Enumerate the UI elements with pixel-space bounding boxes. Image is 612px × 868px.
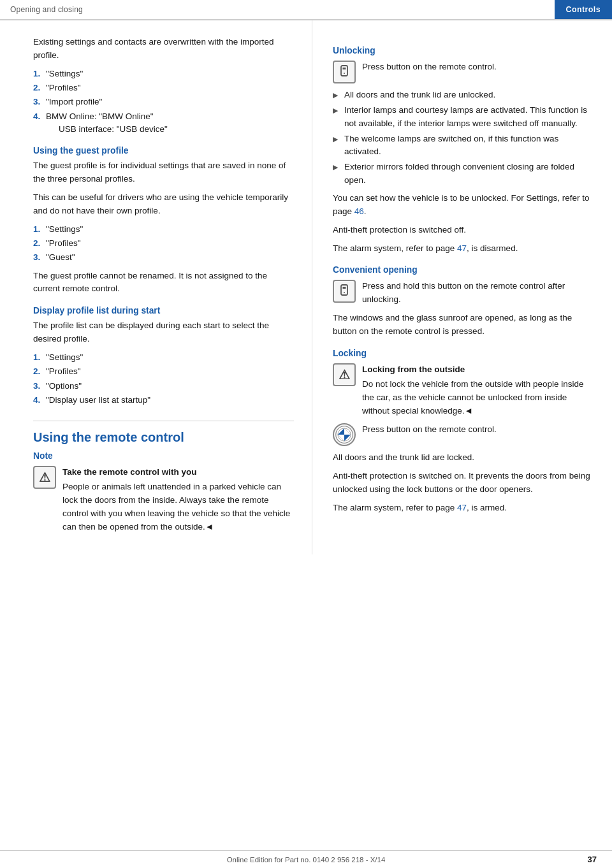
locking-warning-content: Locking from the outside Do not lock the… [362,363,592,418]
guest-profile-heading: Using the guest profile [33,146,294,156]
note-warning-box: ⚠ Take the remote control with you Peopl… [33,466,294,534]
page-footer: Online Edition for Part no. 0140 2 956 2… [0,850,612,868]
arrow-icon: ▶ [333,133,344,159]
header-right-label: Controls [555,0,612,19]
bmw-logo-icon [333,423,356,446]
remote-convenient-icon [333,280,356,303]
convenient-instruction: Press and hold this button on the remote… [362,280,592,307]
locking-bmw-instruction: Press button on the remote control. [362,423,592,437]
locking-bmw-box: Press button on the remote control. [333,423,592,446]
unlocking-alarm-text: The alarm system, refer to page 47, is d… [333,242,592,256]
guest-step-2: 2. "Profiles" [33,237,294,250]
svg-point-5 [344,292,345,293]
guest-p2: This can be useful for drivers who are u… [33,191,294,218]
locking-page-link-47[interactable]: 47 [457,503,467,512]
unlocking-bullet-4: ▶ Exterior mirrors folded through conven… [333,161,592,187]
locking-p3: The alarm system, refer to page 47, is a… [333,502,592,515]
unlocking-bullet-2: ▶ Interior lamps and courtesy lamps are … [333,104,592,130]
unlocking-bullet-3: ▶ The welcome lamps are switched on, if … [333,133,592,159]
guest-p1: The guest profile is for individual sett… [33,159,294,186]
guest-step-1: 1. "Settings" [33,223,294,236]
arrow-icon: ▶ [333,104,344,130]
import-steps-list: 1. "Settings" 2. "Profiles" 3. "Import p… [33,68,294,136]
svg-rect-0 [341,66,347,76]
unlocking-icon-box: Press button on the remote control. [333,61,592,83]
remote-control-heading: Using the remote control [33,421,294,445]
warning-icon: ⚠ [33,466,56,489]
display-profile-heading: Display profile list during start [33,306,294,315]
import-step-3: 3. "Import profile" [33,96,294,108]
unlocking-page-link-47[interactable]: 47 [457,243,467,253]
display-step-2: 2. "Profiles" [33,365,294,378]
display-steps-list: 1. "Settings" 2. "Profiles" 3. "Options"… [33,351,294,407]
unlocking-antitheft-text: Anti-theft protection is switched off. [333,224,592,237]
unlocking-heading: Unlocking [333,46,592,55]
convenient-icon-box: Press and hold this button on the remote… [333,280,592,307]
locking-p2: Anti-theft protection is switched on. It… [333,470,592,496]
unlocking-instruction: Press button on the remote control. [362,61,592,74]
unlocking-bullet-1: ▶ All doors and the trunk lid are unlock… [333,89,592,101]
note-heading: Note [33,451,294,461]
import-step-4: 4. BMW Online: "BMW Online" USB interfac… [33,110,294,136]
svg-rect-3 [341,285,347,295]
guest-note: The guest profile cannot be renamed. It … [33,270,294,296]
locking-heading: Locking [333,349,592,358]
locking-warning-box: ⚠ Locking from the outside Do not lock t… [333,363,592,418]
display-step-1: 1. "Settings" [33,351,294,364]
display-p1: The profile list can be displayed during… [33,319,294,346]
page-number: 37 [588,850,597,868]
header-left-label: Opening and closing [0,5,555,14]
arrow-icon: ▶ [333,89,344,101]
unlocking-settings-text: You can set how the vehicle is to be unl… [333,192,592,219]
intro-text: Existing settings and contacts are overw… [33,36,294,62]
note-warning-content: Take the remote control with you People … [62,466,294,534]
arrow-icon: ▶ [333,161,344,187]
import-step-2: 2. "Profiles" [33,82,294,94]
unlocking-page-link-46[interactable]: 46 [354,206,364,216]
footer-text: Online Edition for Part no. 0140 2 956 2… [227,856,386,864]
left-column: Existing settings and contacts are overw… [0,20,312,554]
page-header: Opening and closing Controls [0,0,612,20]
svg-rect-1 [343,68,346,69]
guest-step-3: 3. "Guest" [33,251,294,264]
note-warning-text: People or animals left unattended in a p… [62,482,290,532]
unlocking-bullets-list: ▶ All doors and the trunk lid are unlock… [333,89,592,187]
guest-steps-list: 1. "Settings" 2. "Profiles" 3. "Guest" [33,223,294,264]
svg-point-2 [344,73,345,74]
page-body: Existing settings and contacts are overw… [0,20,612,554]
locking-warning-title: Locking from the outside [362,363,592,377]
convenient-p1: The windows and the glass sunroof are op… [333,312,592,338]
locking-warning-text: Do not lock the vehicle from the outside… [362,379,583,416]
remote-unlock-icon [333,61,356,83]
locking-p1: All doors and the trunk lid are locked. [333,451,592,465]
convenient-opening-heading: Convenient opening [333,265,592,275]
note-warning-title: Take the remote control with you [62,466,294,479]
display-step-4: 4. "Display user list at startup" [33,394,294,407]
display-step-3: 3. "Options" [33,380,294,393]
right-column: Unlocking Press button on the remote con… [312,20,612,554]
svg-rect-4 [343,287,346,289]
import-step-1: 1. "Settings" [33,68,294,80]
locking-warning-icon: ⚠ [333,363,356,386]
